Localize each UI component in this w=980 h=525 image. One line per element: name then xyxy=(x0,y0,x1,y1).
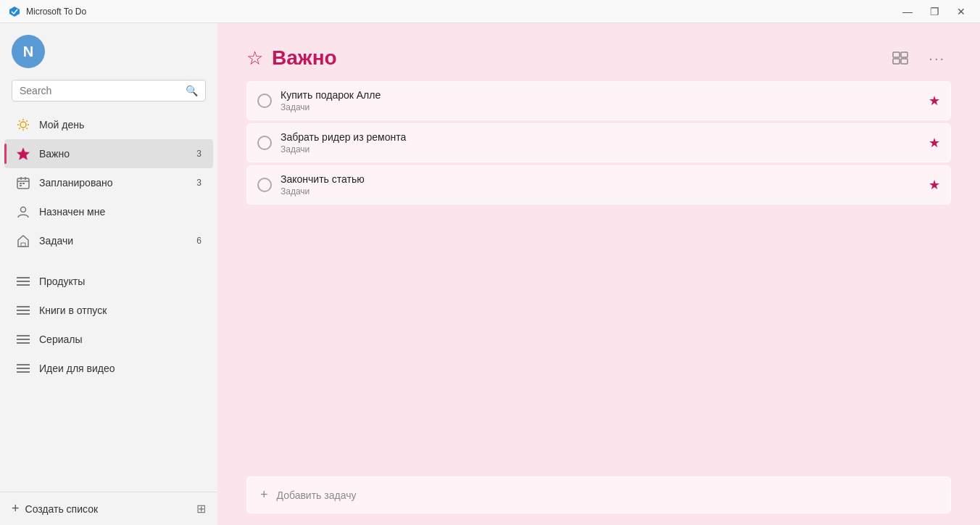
svg-rect-32 xyxy=(901,52,908,57)
list-items: Продукты Книги в отпуск xyxy=(0,264,217,386)
add-task-area[interactable]: + Добавить задачу xyxy=(246,476,951,513)
title-bar-left: Microsoft To Do xyxy=(9,6,86,17)
sidebar-item-label: Мой день xyxy=(39,119,181,131)
main-header-actions: ··· xyxy=(886,47,951,70)
search-input[interactable] xyxy=(20,85,180,96)
task-star-icon[interactable]: ★ xyxy=(929,135,940,151)
page-title: Важно xyxy=(272,46,337,70)
list-icon xyxy=(16,361,30,376)
list-item-label: Продукты xyxy=(39,276,202,287)
nav-badge: 3 xyxy=(190,149,202,159)
sidebar-item-planned[interactable]: Запланировано 3 xyxy=(4,168,213,197)
list-item-label: Идеи для видео xyxy=(39,363,202,374)
list-item-ideas[interactable]: Идеи для видео xyxy=(4,354,213,383)
task-text-area: Закончить статью Задачи xyxy=(281,173,920,197)
sidebar-item-label: Назначен мне xyxy=(39,206,181,218)
more-dots-icon: ··· xyxy=(929,50,945,66)
sidebar-item-label: Запланировано xyxy=(39,177,181,189)
create-list-button[interactable]: + Создать список xyxy=(12,501,98,516)
home-icon xyxy=(16,233,30,248)
nav-list: Мой день Важно 3 xyxy=(0,107,217,258)
sidebar-item-assigned[interactable]: Назначен мне xyxy=(4,197,213,226)
search-icon: 🔍 xyxy=(186,85,198,96)
add-task-label: Добавить задачу xyxy=(277,489,357,501)
more-options-button[interactable]: ··· xyxy=(923,47,951,70)
task-star-icon[interactable]: ★ xyxy=(929,177,940,193)
layout-button[interactable] xyxy=(886,49,914,67)
task-subtitle: Задачи xyxy=(281,102,920,112)
sidebar-item-important[interactable]: Важно 3 xyxy=(4,139,213,168)
svg-rect-14 xyxy=(20,183,22,184)
close-button[interactable]: ✕ xyxy=(951,4,971,19)
svg-line-6 xyxy=(26,128,27,128)
list-icon xyxy=(16,274,30,289)
sidebar-item-my-day[interactable]: Мой день xyxy=(4,110,213,139)
window-controls: — ❐ ✕ xyxy=(897,4,971,19)
list-item-serials[interactable]: Сериалы xyxy=(4,325,213,354)
sun-icon xyxy=(16,117,30,132)
task-checkbox[interactable] xyxy=(257,94,272,108)
svg-rect-33 xyxy=(893,59,900,64)
list-icon xyxy=(16,303,30,318)
title-bar: Microsoft To Do — ❐ ✕ xyxy=(0,0,980,23)
svg-rect-31 xyxy=(893,52,900,57)
search-box[interactable]: 🔍 xyxy=(12,80,206,102)
nav-badge: 3 xyxy=(190,178,202,188)
task-text-area: Забрать ридер из ремонта Задачи xyxy=(281,131,920,154)
sidebar-item-tasks[interactable]: Задачи 6 xyxy=(4,226,213,255)
svg-line-8 xyxy=(19,128,20,128)
task-subtitle: Задачи xyxy=(281,186,920,197)
task-checkbox[interactable] xyxy=(257,178,272,192)
list-item-label: Книги в отпуск xyxy=(39,305,202,316)
task-star-icon[interactable]: ★ xyxy=(929,93,940,109)
svg-point-17 xyxy=(21,207,26,212)
svg-marker-9 xyxy=(17,148,30,160)
task-item[interactable]: Забрать ридер из ремонта Задачи ★ xyxy=(246,123,951,162)
sidebar-item-label: Важно xyxy=(39,148,181,160)
sidebar-action-icon[interactable]: ⊞ xyxy=(196,502,206,516)
task-title: Закончить статью xyxy=(281,173,920,185)
title-star-icon: ☆ xyxy=(246,47,263,70)
svg-rect-34 xyxy=(901,59,908,64)
list-item-label: Сериалы xyxy=(39,334,202,345)
task-title: Купить подарок Алле xyxy=(281,89,920,101)
minimize-button[interactable]: — xyxy=(897,4,918,19)
main-title-area: ☆ Важно xyxy=(246,46,337,70)
sidebar-footer: + Создать список ⊞ xyxy=(0,492,217,525)
app-layout: N 🔍 xyxy=(0,23,980,525)
app-logo-icon xyxy=(9,6,20,17)
nav-badge: 6 xyxy=(190,236,202,246)
task-text-area: Купить подарок Алле Задачи xyxy=(281,89,920,112)
list-item-books[interactable]: Книги в отпуск xyxy=(4,296,213,325)
calendar-icon xyxy=(16,175,30,190)
list-item-products[interactable]: Продукты xyxy=(4,267,213,296)
svg-rect-16 xyxy=(20,185,22,186)
person-icon xyxy=(16,204,30,219)
task-item[interactable]: Закончить статью Задачи ★ xyxy=(246,165,951,204)
sidebar-item-label: Задачи xyxy=(39,235,181,247)
star-icon xyxy=(16,146,30,161)
sidebar: N 🔍 xyxy=(0,23,217,525)
maximize-button[interactable]: ❐ xyxy=(924,4,945,19)
task-item[interactable]: Купить подарок Алле Задачи ★ xyxy=(246,81,951,120)
avatar[interactable]: N xyxy=(12,35,45,68)
main-content: ☆ Важно ··· xyxy=(217,23,980,525)
task-subtitle: Задачи xyxy=(281,144,920,154)
list-icon xyxy=(16,332,30,347)
svg-rect-15 xyxy=(22,183,25,184)
sidebar-header: N xyxy=(0,23,217,74)
svg-line-5 xyxy=(19,120,20,121)
task-title: Забрать ридер из ремонта xyxy=(281,131,920,143)
svg-line-7 xyxy=(26,120,27,121)
add-icon: + xyxy=(260,487,268,503)
create-list-label: Создать список xyxy=(25,503,99,515)
svg-point-0 xyxy=(20,122,26,128)
app-title: Microsoft To Do xyxy=(26,7,86,17)
task-checkbox[interactable] xyxy=(257,136,272,150)
main-header: ☆ Важно ··· xyxy=(217,23,980,81)
add-icon: + xyxy=(12,501,20,516)
task-list: Купить подарок Алле Задачи ★ Забрать рид… xyxy=(217,81,980,465)
